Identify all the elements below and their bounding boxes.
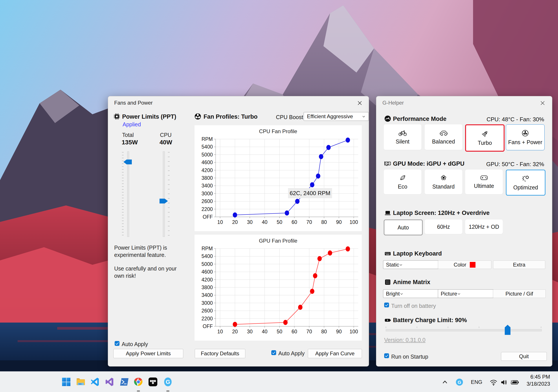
version-link[interactable]: Version: 0.31.0.0: [384, 337, 426, 343]
mode-button-label: Balanced: [432, 138, 455, 145]
cpu-fan-curve-chart[interactable]: CPU Fan Profile102030405060708090100OFF2…: [194, 125, 362, 231]
screen-button-120hz-od[interactable]: 120Hz + OD: [465, 219, 503, 234]
cpu-slider-ticks: [168, 152, 170, 237]
cpu-value: 40W: [159, 139, 172, 146]
car-icon: [439, 130, 448, 136]
svg-text:2600: 2600: [201, 198, 213, 204]
laptop-keyboard-header: Laptop Keyboard: [393, 250, 442, 257]
cpu-temp-status: CPU: 48°C - Fan: 30%: [487, 116, 544, 123]
svg-text:3400: 3400: [201, 292, 213, 298]
gpu-mode-header: GPU Mode: iGPU + dGPU: [393, 160, 464, 167]
gpu-button-optimized[interactable]: Optimized: [506, 170, 545, 196]
anime-matrix-icon: [384, 279, 391, 286]
screen-button-label: 120Hz + OD: [469, 224, 499, 230]
battery-slider-thumb[interactable]: [505, 325, 510, 335]
anime-brightness-select[interactable]: Bright: [383, 289, 441, 298]
factory-defaults-button[interactable]: Factory Defaults: [195, 349, 245, 358]
auto-apply-fan-checkbox[interactable]: [271, 350, 276, 355]
tidal-icon[interactable]: [148, 377, 158, 387]
laptop-icon: [384, 209, 391, 217]
close-icon[interactable]: [539, 100, 546, 106]
rocket-icon: [481, 130, 489, 138]
cpu-label: CPU: [160, 132, 172, 138]
quit-button[interactable]: Quit: [501, 352, 547, 361]
svg-text:40: 40: [262, 219, 268, 225]
ghelper-tray-icon[interactable]: G: [455, 378, 463, 386]
cpu-slider-track[interactable]: [163, 151, 165, 237]
file-explorer-icon[interactable]: [76, 377, 86, 387]
performance-gauge-icon: [384, 115, 391, 122]
applied-status-link[interactable]: Applied: [122, 121, 141, 128]
mode-button-turbo[interactable]: Turbo: [465, 124, 505, 152]
svg-text:5400: 5400: [201, 144, 213, 150]
svg-text:2200: 2200: [201, 206, 213, 212]
volume-icon[interactable]: [500, 378, 508, 386]
taskbar: G G ENG: [0, 371, 558, 392]
keyboard-color-button[interactable]: Color: [438, 260, 491, 269]
cpu-boost-value: Efficient Aggressive: [307, 113, 362, 119]
gpu-card-icon: [384, 160, 391, 167]
visual-studio-icon[interactable]: [105, 377, 115, 387]
total-slider-thumb[interactable]: [123, 159, 132, 164]
gpu-fan-curve-chart[interactable]: GPU Fan Profile102030405060708090100OFF2…: [194, 235, 362, 341]
run-on-startup-checkbox[interactable]: [384, 353, 389, 358]
bicycle-icon: [399, 130, 407, 136]
svg-text:4600: 4600: [201, 269, 213, 275]
gpu-button-ultimate[interactable]: Ultimate: [465, 170, 503, 194]
svg-text:3800: 3800: [201, 175, 213, 181]
gamepad-icon: [480, 175, 488, 181]
close-icon[interactable]: [357, 100, 363, 106]
gpu-button-standard[interactable]: Standard: [425, 170, 462, 194]
window-title: Fans and Power: [114, 100, 153, 106]
gpu-button-eco[interactable]: Eco: [384, 170, 421, 194]
svg-text:90: 90: [336, 219, 342, 225]
gpu-button-label: Standard: [432, 183, 454, 190]
ghelper-window: G-Helper Performance Mode CPU: 48°C - Fa…: [376, 96, 552, 367]
powershell-icon[interactable]: [119, 377, 129, 387]
svg-text:10: 10: [217, 329, 223, 334]
screen-button-auto[interactable]: Auto: [384, 219, 423, 235]
power-limits-header: Power Limits (PPT): [122, 113, 176, 120]
mode-button-silent[interactable]: Silent: [384, 124, 421, 150]
turn-off-on-battery-checkbox[interactable]: [384, 303, 389, 307]
svg-text:50: 50: [277, 219, 282, 225]
anime-mode-select[interactable]: Picture: [438, 289, 496, 298]
svg-text:5000: 5000: [201, 261, 213, 267]
anime-matrix-header: Anime Matrix: [393, 279, 430, 286]
vscode-icon[interactable]: [90, 377, 100, 387]
mode-button-label: Fans + Power: [508, 139, 542, 145]
anime-brightness-value: Bright: [386, 291, 400, 297]
svg-text:3400: 3400: [201, 183, 213, 189]
cpu-fan-chart-panel: CPU Fan Profile102030405060708090100OFF2…: [194, 125, 362, 231]
fan-icon: [194, 113, 201, 120]
chevron-down-icon: [400, 292, 403, 296]
tray-chevron-up-icon[interactable]: [441, 379, 448, 386]
cpu-boost-select[interactable]: Efficient Aggressive: [304, 112, 369, 121]
svg-text:30: 30: [247, 219, 253, 225]
mode-button-label: Turbo: [478, 140, 492, 146]
mode-button-balanced[interactable]: Balanced: [425, 124, 462, 150]
mode-button-fans-power[interactable]: Fans + Power: [506, 124, 545, 150]
auto-apply-checkbox[interactable]: [115, 341, 120, 346]
ghelper-taskbar-icon[interactable]: G: [163, 377, 173, 387]
anime-picture-gif-button[interactable]: Picture / Gif: [493, 289, 546, 298]
battery-slider-track[interactable]: [386, 329, 542, 331]
chrome-icon[interactable]: [133, 377, 143, 387]
apply-power-limits-button[interactable]: Apply Power Limits: [113, 349, 183, 358]
wifi-icon[interactable]: [489, 378, 498, 386]
screen-button-60hz[interactable]: 60Hz: [425, 219, 462, 234]
svg-text:50: 50: [277, 329, 282, 334]
keyboard-mode-select[interactable]: Static: [383, 260, 441, 269]
cpu-slider-thumb[interactable]: [159, 199, 168, 203]
apply-fan-curve-button[interactable]: Apply Fan Curve: [308, 349, 362, 358]
keyboard-extra-button[interactable]: Extra: [493, 260, 545, 269]
chrome-running-indicator: [137, 391, 140, 392]
battery-tray-icon[interactable]: [510, 378, 519, 386]
tray-clock[interactable]: 6:45 PM 3/18/2023: [527, 373, 550, 387]
tray-language[interactable]: ENG: [471, 379, 482, 385]
svg-text:100: 100: [350, 219, 358, 225]
start-button-icon[interactable]: [61, 377, 71, 387]
svg-text:2600: 2600: [201, 308, 213, 314]
svg-text:40: 40: [262, 329, 268, 334]
svg-text:4200: 4200: [201, 167, 213, 173]
